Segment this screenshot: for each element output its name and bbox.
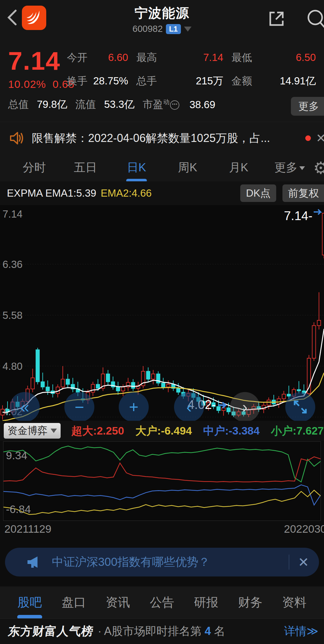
quote-stat-label: 流值 — [75, 98, 96, 112]
svg-text:7.14: 7.14 — [2, 208, 22, 220]
close-icon[interactable]: ✕ — [298, 555, 309, 570]
fundflow-values: 超大:2.250大户:-6.494中户:-3.384小户:7.627 — [71, 424, 324, 438]
dk-point-button[interactable]: DK点 — [240, 184, 276, 202]
x-axis-end-label: 2022030 — [284, 523, 324, 535]
scroll-right-button[interactable]: › — [230, 392, 260, 422]
tab-五日[interactable]: 五日 — [60, 160, 111, 175]
quote-stat: 换手28.75% — [67, 74, 136, 88]
quote-stat: 总手215万 — [136, 74, 232, 88]
quote-panel: 7.14 10.02% 0.65 今开6.60最高7.14最低6.50换手28.… — [0, 35, 324, 122]
fundflow-item: 超大:2.250 — [71, 424, 124, 438]
expma-label: EXPMA EMA1:5.39 — [7, 187, 96, 199]
rank-text: · A股市场即时排名第 4 名 — [98, 624, 225, 639]
fundflow-dropdown[interactable]: 资金博弈 — [4, 423, 61, 439]
info-icon[interactable]: ••• — [170, 100, 179, 110]
unread-dot — [305, 135, 311, 141]
quote-stat-value: 38.69 — [189, 99, 215, 111]
fundflow-canvas — [3, 442, 321, 520]
chevron-down-icon — [51, 429, 57, 433]
gear-icon[interactable]: ⚙ — [313, 158, 324, 178]
header: 宁波能源 600982 L1 — [0, 0, 324, 35]
x-axis-start-label: 20211129 — [4, 523, 52, 535]
tab-公告[interactable]: 公告 — [150, 594, 174, 611]
ema2-label: EMA2:4.66 — [101, 187, 152, 199]
more-button[interactable]: 更多 — [291, 97, 324, 116]
quote-stat-value: 53.3亿 — [104, 98, 134, 112]
quote-row3: 总值79.8亿流值53.3亿市盈动•••38.69 — [8, 98, 324, 112]
tab-盘口[interactable]: 盘口 — [62, 594, 86, 611]
quote-stat: 今开6.60 — [67, 51, 136, 65]
quote-stats: 今开6.60最高7.14最低6.50换手28.75%总手215万金额14.91亿 — [67, 51, 324, 88]
kline-chart[interactable]: 7.146.365.584.804.027.14-4.02- « − + ‹ › — [0, 205, 324, 421]
price-change: 10.02% 0.65 — [8, 78, 74, 90]
fundflow-item: 小户:7.627 — [271, 424, 324, 438]
fundflow-chart[interactable]: 9.34 -6.84 — [3, 441, 321, 521]
kline-canvas: 7.146.365.584.804.027.14-4.02- — [0, 205, 324, 421]
tab-分时[interactable]: 分时 — [9, 160, 60, 175]
chevron-down-icon — [299, 166, 305, 170]
level-badge[interactable]: L1 — [166, 24, 181, 34]
zoom-in-button[interactable]: + — [119, 392, 149, 422]
ticker-text: 限售解禁：2022-04-06解禁数量1025万股，占... — [32, 131, 300, 146]
last-price: 7.14 — [8, 46, 61, 76]
rank-number: 4 — [205, 625, 211, 637]
svg-text:4.80: 4.80 — [2, 360, 22, 372]
megaphone-icon — [25, 553, 42, 571]
zoom-out-button[interactable]: − — [64, 392, 94, 422]
section-tabs: 股吧盘口资讯公告研报财务资料 — [0, 586, 324, 618]
stock-code: 600982 — [132, 24, 163, 34]
search-icon[interactable] — [305, 8, 324, 31]
divider — [289, 555, 289, 570]
share-icon[interactable] — [267, 9, 287, 29]
rank-detail-link[interactable]: 详情≫ — [284, 624, 318, 639]
svg-text:7.14-: 7.14- — [284, 209, 312, 223]
forward-adjust-button[interactable]: 前复权 — [282, 184, 324, 202]
fundflow-item: 大户:-6.494 — [135, 424, 192, 438]
tab-股吧[interactable]: 股吧 — [17, 594, 42, 611]
scroll-left-fast-button[interactable]: « — [10, 392, 40, 422]
fund-y-top-label: 9.34 — [6, 449, 27, 462]
close-icon[interactable]: ✕ — [316, 131, 324, 145]
quote-stat: 最高7.14 — [136, 51, 232, 65]
period-tabs: 分时五日日K周K月K更多⚙ — [0, 154, 324, 181]
tab-日K[interactable]: 日K — [111, 160, 162, 175]
tab-月K[interactable]: 月K — [213, 160, 264, 175]
svg-text:6.36: 6.36 — [2, 259, 22, 270]
banner-text: 中证沪深300指数有哪些优势？ — [52, 554, 289, 570]
tab-资料[interactable]: 资料 — [282, 594, 307, 611]
rank-brand: 东方财富人气榜 — [7, 623, 94, 639]
news-ticker[interactable]: 限售解禁：2022-04-06解禁数量1025万股，占... ✕ — [0, 123, 324, 154]
quote-stat: 金额14.91亿 — [232, 74, 324, 88]
x-axis: 20211129 2022030 — [0, 523, 324, 539]
divider — [0, 122, 324, 122]
quote-stat-value: 79.8亿 — [37, 98, 67, 112]
fund-y-bottom-label: -6.84 — [6, 503, 31, 516]
quote-stat-label: 总值 — [8, 98, 29, 112]
tab-资讯[interactable]: 资讯 — [106, 594, 130, 611]
quote-stat: 最低6.50 — [232, 51, 324, 65]
indicator-bar: EXPMA EMA1:5.39 EMA2:4.66 DK点 前复权 — [0, 181, 324, 205]
popularity-rank-bar[interactable]: 东方财富人气榜 · A股市场即时排名第 4 名 详情≫ — [0, 619, 324, 644]
tab-财务[interactable]: 财务 — [238, 594, 262, 611]
expand-icon[interactable] — [285, 392, 315, 422]
svg-text:5.58: 5.58 — [2, 309, 22, 321]
tab-研报[interactable]: 研报 — [194, 594, 218, 611]
chevron-down-icon[interactable] — [184, 27, 192, 32]
fundflow-item: 中户:-3.384 — [203, 424, 260, 438]
tab-更多[interactable]: 更多 — [264, 160, 316, 175]
tab-周K[interactable]: 周K — [162, 160, 213, 175]
promo-banner[interactable]: 中证沪深300指数有哪些优势？ ✕ — [5, 548, 319, 576]
speaker-icon — [8, 130, 25, 147]
quote-stat-label: 市盈动••• — [142, 98, 181, 112]
fundflow-bar: 资金博弈 超大:2.250大户:-6.494中户:-3.384小户:7.627 — [0, 421, 324, 441]
scroll-left-button[interactable]: ‹ — [174, 392, 204, 422]
